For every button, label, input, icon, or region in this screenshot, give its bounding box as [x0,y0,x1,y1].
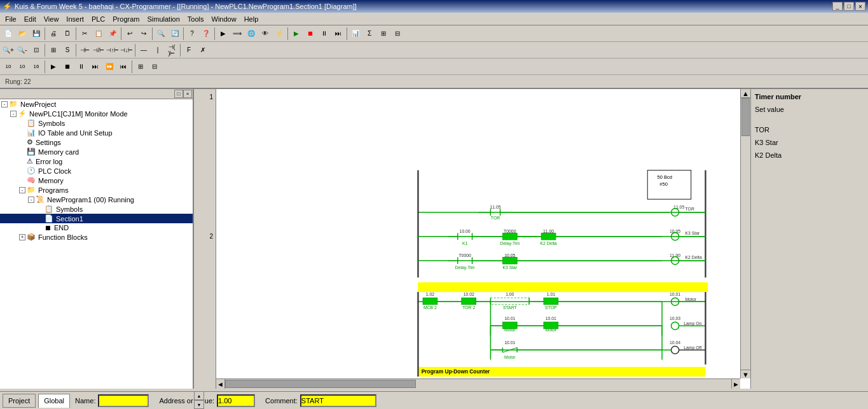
address-input[interactable] [217,394,255,407]
scroll-left-button[interactable]: ◄ [216,379,225,389]
tree-item-programs[interactable]: - 📁 Programs [0,185,193,195]
tree-item-symbols[interactable]: 📋 Symbols [0,118,193,128]
pause-plc-button[interactable]: ⏸ [317,27,331,41]
tb3-stepover-button[interactable]: ⏩ [102,60,116,74]
zoom-fit-button[interactable]: ⊡ [29,43,43,57]
monitor-button[interactable]: 👁 [258,27,272,41]
open-button[interactable]: 📂 [15,27,29,41]
online-button[interactable]: 🌐 [244,27,258,41]
expand-icon-newprogram1[interactable]: - [28,197,34,203]
menu-item-tools[interactable]: Tools [184,15,208,24]
menu-item-plc[interactable]: PLC [88,15,109,24]
print-preview-button[interactable]: 🗒 [60,27,74,41]
tree-item-symbols2[interactable]: 📋 Symbols [0,204,193,214]
contact-no-button[interactable]: ⊣⊢ [78,43,92,57]
tb3-more1[interactable]: ⊞ [134,60,148,74]
print-button[interactable]: 🖨 [46,27,60,41]
menu-item-file[interactable]: File [1,15,20,24]
menu-item-simulation[interactable]: Simulation [143,15,183,24]
contact-neg-button[interactable]: ⊣↓⊢ [120,43,134,57]
menu-item-edit[interactable]: Edit [20,15,40,24]
minimize-button[interactable]: _ [832,2,843,11]
tab-project[interactable]: Project [3,394,36,408]
expand-icon-newplc1[interactable]: - [10,111,17,117]
step-button[interactable]: ⏭ [331,27,345,41]
expand-icon-programs[interactable]: - [19,187,25,193]
tree-item-newprogram1[interactable]: - 📜 NewProgram1 (00) Running [0,195,193,204]
ladder-button[interactable]: ⊞ [376,27,390,41]
context-help-button[interactable]: ❓ [199,27,213,41]
tab-global[interactable]: Global [38,394,70,408]
wire-h-button[interactable]: — [137,43,151,57]
function-button[interactable]: F [182,43,196,57]
sidebar-close-button[interactable]: × [183,90,192,98]
redo-button[interactable]: ↪ [137,27,151,41]
menu-item-program[interactable]: Program [109,15,143,24]
tree-item-newplc1[interactable]: - ⚡ NewPLC1[CJ1M] Monitor Mode [0,109,193,118]
menu-item-view[interactable]: View [40,15,63,24]
tree-item-errorlog[interactable]: ⚠ Error log [0,156,193,166]
scroll-ctrl-up[interactable]: ▲ [194,391,204,400]
find-button[interactable]: 🔍 [154,27,168,41]
scroll-down-button[interactable]: ▼ [741,370,750,378]
menu-item-insert[interactable]: Insert [62,15,88,24]
tree-item-settings[interactable]: ⚙ Settings [0,137,193,147]
v-scrollbar[interactable]: ▲ ▼ [740,89,750,378]
io-table-button[interactable]: 📊 [348,27,362,41]
coil-button[interactable]: ⊣( )⊢ [165,43,179,57]
wire-v-button[interactable]: | [151,43,165,57]
replace-button[interactable]: 🔄 [168,27,182,41]
diagram-canvas[interactable]: 50 Bcd #50 11.05 TOR [216,89,750,389]
save-button[interactable]: 💾 [29,27,43,41]
help-button[interactable]: ? [185,27,199,41]
contact-pos-button[interactable]: ⊣↑⊢ [106,43,120,57]
tb3-btn3[interactable]: 16 [29,60,43,74]
h-scrollbar[interactable]: ◄ ► [216,378,740,389]
tb3-step-button[interactable]: ⏭ [88,60,102,74]
menu-item-window[interactable]: Window [208,15,240,24]
bottom-scroll-controls[interactable]: ▲ ▼ [194,391,204,409]
tree-item-iotable[interactable]: 📊 IO Table and Unit Setup [0,128,193,137]
expand-icon-newproject[interactable]: - [1,101,8,107]
view-symbols-button[interactable]: S [60,43,74,57]
contact-nc-button[interactable]: ⊣/⊢ [92,43,106,57]
tree-item-memcard[interactable]: 💾 Memory card [0,147,193,156]
tb3-btn1[interactable]: 10 [1,60,15,74]
run-plc-button[interactable]: ▶ [289,27,303,41]
h-scrollbar-thumb[interactable] [225,380,416,388]
v-scrollbar-thumb[interactable] [741,98,750,136]
name-input[interactable] [98,394,149,407]
close-button[interactable]: × [855,2,865,11]
symbols-table-button[interactable]: Σ [362,27,376,41]
plc-button[interactable]: ⚡ [272,27,286,41]
undo-button[interactable]: ↩ [123,27,137,41]
grid-button[interactable]: ⊞ [46,43,60,57]
zoom-out-button[interactable]: 🔍- [15,43,29,57]
comment-input[interactable] [300,394,376,407]
function-block-button[interactable]: ⊟ [390,27,404,41]
tb3-pause-button[interactable]: ⏸ [74,60,88,74]
delete-button[interactable]: ✗ [196,43,210,57]
sidebar-float-button[interactable]: □ [174,90,183,98]
tree-item-newproject[interactable]: - 📁 NewProject [0,99,193,109]
tree-item-funcblocks[interactable]: + 📦 Function Blocks [0,232,193,242]
new-button[interactable]: 📄 [1,27,15,41]
tree-item-plcclock[interactable]: 🕐 PLC Clock [0,166,193,176]
stop-plc-button[interactable]: ⏹ [303,27,317,41]
compile-button[interactable]: ▶ [216,27,230,41]
tb3-reset-button[interactable]: ⏮ [116,60,130,74]
tb3-stop-button[interactable]: ⏹ [60,60,74,74]
scroll-right-button[interactable]: ► [731,379,740,389]
tb3-btn2[interactable]: 10 [15,60,29,74]
tree-item-memory[interactable]: 🧠 Memory [0,176,193,185]
tree-item-section1[interactable]: 📄 Section1 [0,214,193,223]
tb3-run-button[interactable]: ▶ [46,60,60,74]
cut-button[interactable]: ✂ [78,27,92,41]
scroll-ctrl-down[interactable]: ▼ [194,400,204,409]
maximize-button[interactable]: □ [844,2,854,11]
scroll-up-button[interactable]: ▲ [741,89,750,98]
menu-item-help[interactable]: Help [240,15,263,24]
tree-item-end[interactable]: ⏹ END [0,223,193,232]
copy-button[interactable]: 📋 [92,27,106,41]
expand-icon-funcblocks[interactable]: + [19,234,25,240]
